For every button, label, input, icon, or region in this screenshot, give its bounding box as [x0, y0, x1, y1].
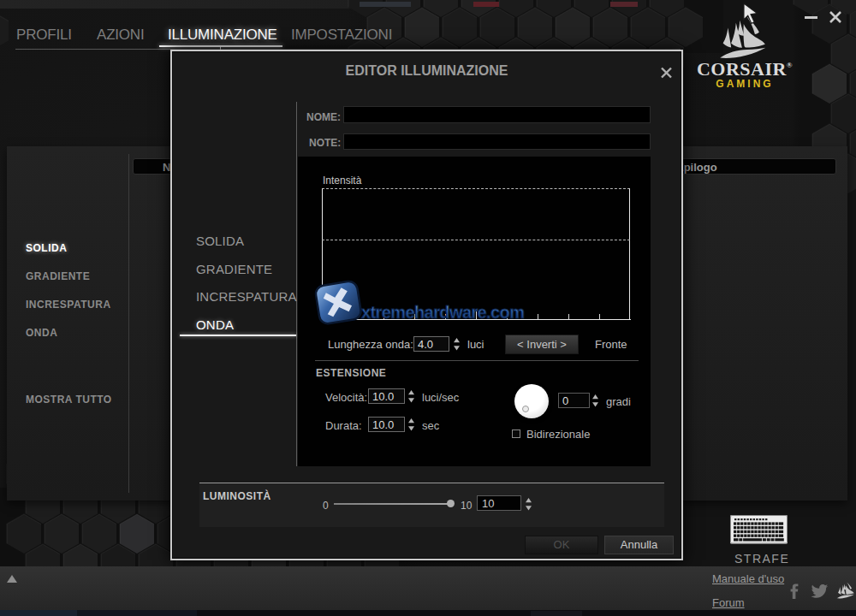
svg-text:xtremehardware.com: xtremehardware.com — [361, 303, 524, 322]
